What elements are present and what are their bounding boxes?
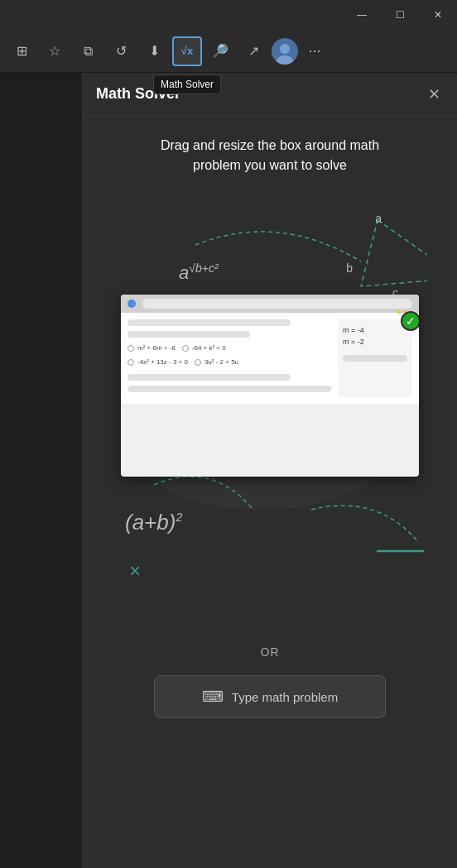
math-solver-toolbar-icon[interactable]: √x Math Solver	[172, 36, 202, 66]
svg-marker-4	[361, 220, 427, 286]
title-bar-controls: — ☐ ✕	[343, 0, 457, 30]
history-icon[interactable]: ↺	[106, 36, 136, 66]
mockup-dot	[127, 300, 136, 308]
mockup-line	[127, 374, 291, 381]
minimize-button[interactable]: —	[343, 0, 381, 30]
mockup-math-row: -4z² + 13z - 3 = 0 3u² - 2 = 5u	[127, 358, 331, 366]
downloads-icon[interactable]: ⬇	[139, 36, 169, 66]
mockup-radio	[127, 345, 134, 352]
mockup-line	[127, 319, 291, 326]
mockup-math-row: m² + 6m = -8 -64 + k² = 0	[127, 344, 331, 352]
mockup-titlebar	[121, 295, 419, 313]
close-button[interactable]: ✕	[419, 0, 457, 30]
mockup-math-cell: -4z² + 13z - 3 = 0	[127, 358, 188, 366]
mockup-addressbar	[142, 299, 412, 309]
multiply-symbol: ×	[129, 559, 141, 583]
title-bar: — ☐ ✕	[0, 0, 457, 30]
keyboard-icon: ⌨	[202, 688, 224, 706]
share-icon[interactable]: ↗	[238, 36, 268, 66]
more-options-button[interactable]: ···	[301, 38, 328, 65]
mockup-radio	[127, 359, 134, 366]
math-solver-panel: Math Solver ✕ Drag and resize the box ar…	[83, 73, 457, 868]
svg-point-1	[280, 44, 290, 54]
triangle-label-a: a	[375, 212, 382, 225]
screenshot-mockup: m² + 6m = -8 -64 + k² = 0 -4	[121, 295, 419, 477]
math-illustration: ÷ a√b+c² × (a+b)2 a b c	[113, 195, 427, 626]
collections-icon[interactable]: ⧉	[73, 36, 103, 66]
favorites-icon[interactable]: ☆	[40, 36, 70, 66]
mockup-left: m² + 6m = -8 -64 + k² = 0 -4	[127, 319, 331, 397]
mockup-line	[127, 386, 331, 392]
instruction-text: Drag and resize the box around math prob…	[137, 136, 402, 175]
mockup-math-cell: 3u² - 2 = 5u	[195, 358, 238, 366]
success-icon: ✓	[401, 311, 419, 331]
mockup-result-line	[343, 355, 407, 362]
panel-title: Math Solver	[96, 85, 180, 103]
mockup-math-cell: m² + 6m = -8	[127, 344, 176, 352]
sqrt-formula: a√b+c²	[179, 261, 219, 284]
browser-lens-icon[interactable]: 🔎	[205, 36, 235, 66]
mockup-radio	[195, 359, 201, 366]
panel-body: Drag and resize the box around math prob…	[83, 116, 457, 868]
user-avatar[interactable]	[272, 38, 298, 65]
ab-formula: (a+b)2	[125, 510, 182, 535]
mockup-math-cell: -64 + k² = 0	[182, 344, 226, 352]
mockup-line	[127, 331, 250, 338]
mockup-radio	[182, 345, 189, 352]
maximize-button[interactable]: ☐	[381, 0, 419, 30]
panel-header: Math Solver ✕	[83, 73, 457, 116]
panel-close-button[interactable]: ✕	[421, 81, 447, 108]
triangle-label-b: b	[346, 261, 353, 275]
mockup-result-text: m = -4 m = -2	[343, 324, 407, 348]
content-area: Math Solver ✕ Drag and resize the box ar…	[0, 73, 457, 868]
sidebar	[0, 73, 83, 868]
browser-toolbar: ⊞ ☆ ⧉ ↺ ⬇ √x Math Solver 🔎 ↗ ···	[0, 30, 457, 73]
or-divider: OR	[261, 645, 280, 659]
extensions-icon[interactable]: ⊞	[7, 36, 36, 66]
type-math-button[interactable]: ⌨ Type math problem	[154, 675, 386, 718]
mockup-right: ✦✦ ✓ m = -4 m = -2	[338, 319, 412, 397]
type-math-label: Type math problem	[232, 690, 338, 704]
mockup-body: m² + 6m = -8 -64 + k² = 0 -4	[121, 313, 419, 404]
